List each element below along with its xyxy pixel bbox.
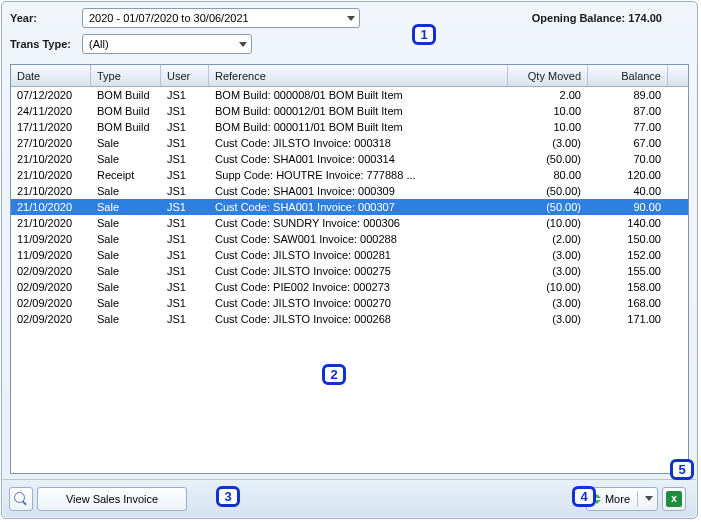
- excel-icon: x: [666, 491, 682, 507]
- year-label: Year:: [10, 12, 82, 24]
- grid-header: Date Type User Reference Qty Moved Balan…: [11, 65, 688, 87]
- cell-qty: (3.00): [508, 313, 588, 325]
- cell-date: 24/11/2020: [11, 105, 91, 117]
- cell-user: JS1: [161, 105, 209, 117]
- cell-user: JS1: [161, 153, 209, 165]
- cell-type: BOM Build: [91, 121, 161, 133]
- col-type[interactable]: Type: [91, 65, 161, 86]
- cell-balance: 152.00: [588, 249, 668, 261]
- cell-user: JS1: [161, 249, 209, 261]
- callout-5: 5: [670, 459, 694, 480]
- table-row[interactable]: 21/10/2020SaleJS1Cust Code: SHA001 Invoi…: [11, 151, 688, 167]
- cell-user: JS1: [161, 169, 209, 181]
- table-row[interactable]: 21/10/2020SaleJS1Cust Code: SHA001 Invoi…: [11, 199, 688, 215]
- cell-reference: Cust Code: SAW001 Invoice: 000288: [209, 233, 508, 245]
- cell-date: 11/09/2020: [11, 249, 91, 261]
- table-row[interactable]: 21/10/2020ReceiptJS1Supp Code: HOUTRE In…: [11, 167, 688, 183]
- cell-reference: Supp Code: HOUTRE Invoice: 777888 ...: [209, 169, 508, 181]
- trans-type-select[interactable]: (All): [82, 34, 252, 54]
- inspect-button[interactable]: [9, 487, 33, 511]
- view-sales-invoice-button[interactable]: View Sales Invoice: [37, 487, 187, 511]
- more-button[interactable]: More: [586, 487, 658, 511]
- cell-qty: (10.00): [508, 281, 588, 293]
- cell-reference: Cust Code: SHA001 Invoice: 000309: [209, 185, 508, 197]
- cell-type: Sale: [91, 313, 161, 325]
- view-sales-invoice-label: View Sales Invoice: [66, 493, 158, 505]
- cell-date: 21/10/2020: [11, 185, 91, 197]
- cell-qty: (3.00): [508, 137, 588, 149]
- table-row[interactable]: 21/10/2020SaleJS1Cust Code: SHA001 Invoi…: [11, 183, 688, 199]
- magnifier-icon: [14, 492, 28, 506]
- cell-type: BOM Build: [91, 89, 161, 101]
- cell-user: JS1: [161, 201, 209, 213]
- more-label: More: [605, 493, 630, 505]
- table-row[interactable]: 21/10/2020SaleJS1Cust Code: SUNDRY Invoi…: [11, 215, 688, 231]
- cell-balance: 87.00: [588, 105, 668, 117]
- cell-balance: 150.00: [588, 233, 668, 245]
- cell-qty: (50.00): [508, 185, 588, 197]
- table-row[interactable]: 07/12/2020BOM BuildJS1BOM Build: 000008/…: [11, 87, 688, 103]
- cell-date: 02/09/2020: [11, 265, 91, 277]
- cell-type: Sale: [91, 265, 161, 277]
- year-select-value: 2020 - 01/07/2020 to 30/06/2021: [89, 12, 249, 24]
- cell-date: 07/12/2020: [11, 89, 91, 101]
- cell-qty: (50.00): [508, 153, 588, 165]
- table-row[interactable]: 27/10/2020SaleJS1Cust Code: JILSTO Invoi…: [11, 135, 688, 151]
- chevron-down-icon: [239, 42, 247, 47]
- cell-balance: 77.00: [588, 121, 668, 133]
- table-row[interactable]: 11/09/2020SaleJS1Cust Code: SAW001 Invoi…: [11, 231, 688, 247]
- cell-date: 21/10/2020: [11, 201, 91, 213]
- cell-qty: (2.00): [508, 233, 588, 245]
- cell-reference: Cust Code: JILSTO Invoice: 000268: [209, 313, 508, 325]
- cell-balance: 67.00: [588, 137, 668, 149]
- cell-reference: Cust Code: JILSTO Invoice: 000270: [209, 297, 508, 309]
- table-row[interactable]: 24/11/2020BOM BuildJS1BOM Build: 000012/…: [11, 103, 688, 119]
- cell-reference: Cust Code: JILSTO Invoice: 000275: [209, 265, 508, 277]
- cell-user: JS1: [161, 137, 209, 149]
- cell-date: 21/10/2020: [11, 169, 91, 181]
- table-row[interactable]: 02/09/2020SaleJS1Cust Code: JILSTO Invoi…: [11, 311, 688, 327]
- trans-type-label: Trans Type:: [10, 38, 82, 50]
- cell-balance: 70.00: [588, 153, 668, 165]
- cell-date: 17/11/2020: [11, 121, 91, 133]
- table-row[interactable]: 11/09/2020SaleJS1Cust Code: JILSTO Invoi…: [11, 247, 688, 263]
- export-excel-button[interactable]: x: [662, 487, 686, 511]
- cell-reference: BOM Build: 000012/01 BOM Built Item: [209, 105, 508, 117]
- table-row[interactable]: 02/09/2020SaleJS1Cust Code: JILSTO Invoi…: [11, 263, 688, 279]
- col-balance[interactable]: Balance: [588, 65, 668, 86]
- cell-reference: Cust Code: SUNDRY Invoice: 000306: [209, 217, 508, 229]
- cell-qty: (3.00): [508, 297, 588, 309]
- stock-history-panel: Year: 2020 - 01/07/2020 to 30/06/2021 Tr…: [1, 1, 698, 519]
- cell-user: JS1: [161, 265, 209, 277]
- cell-date: 21/10/2020: [11, 153, 91, 165]
- year-select[interactable]: 2020 - 01/07/2020 to 30/06/2021: [82, 8, 360, 28]
- col-reference[interactable]: Reference: [209, 65, 508, 86]
- cell-balance: 89.00: [588, 89, 668, 101]
- cell-qty: (50.00): [508, 201, 588, 213]
- chevron-down-icon: [645, 496, 653, 501]
- cell-date: 11/09/2020: [11, 233, 91, 245]
- cell-reference: Cust Code: PIE002 Invoice: 000273: [209, 281, 508, 293]
- table-row[interactable]: 02/09/2020SaleJS1Cust Code: JILSTO Invoi…: [11, 295, 688, 311]
- cell-balance: 40.00: [588, 185, 668, 197]
- trans-type-select-value: (All): [89, 38, 109, 50]
- chevron-down-icon: [347, 16, 355, 21]
- cell-qty: 10.00: [508, 105, 588, 117]
- col-date[interactable]: Date: [11, 65, 91, 86]
- table-row[interactable]: 17/11/2020BOM BuildJS1BOM Build: 000011/…: [11, 119, 688, 135]
- cell-reference: Cust Code: SHA001 Invoice: 000307: [209, 201, 508, 213]
- cell-date: 21/10/2020: [11, 217, 91, 229]
- table-row[interactable]: 02/09/2020SaleJS1Cust Code: PIE002 Invoi…: [11, 279, 688, 295]
- col-user[interactable]: User: [161, 65, 209, 86]
- col-qty[interactable]: Qty Moved: [508, 65, 588, 86]
- cell-qty: (3.00): [508, 265, 588, 277]
- cell-reference: BOM Build: 000008/01 BOM Built Item: [209, 89, 508, 101]
- cell-type: Sale: [91, 153, 161, 165]
- cell-balance: 120.00: [588, 169, 668, 181]
- cell-qty: (3.00): [508, 249, 588, 261]
- cell-type: BOM Build: [91, 105, 161, 117]
- grid-body[interactable]: 07/12/2020BOM BuildJS1BOM Build: 000008/…: [11, 87, 688, 327]
- cell-qty: (10.00): [508, 217, 588, 229]
- cell-qty: 80.00: [508, 169, 588, 181]
- cell-date: 02/09/2020: [11, 297, 91, 309]
